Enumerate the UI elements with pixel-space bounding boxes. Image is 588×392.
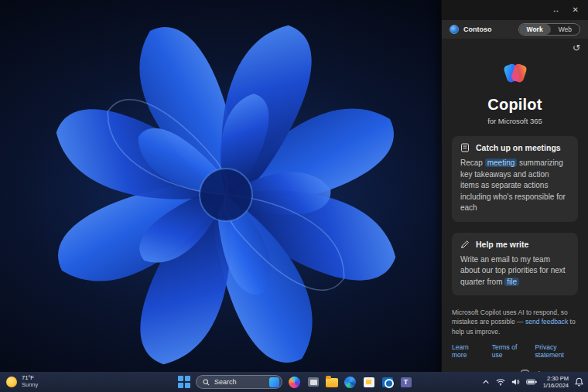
privacy-statement-link[interactable]: Privacy statement: [535, 343, 578, 359]
copilot-taskbar-icon: [289, 377, 300, 388]
taskbar-icon-teams[interactable]: [399, 376, 412, 389]
taskbar: 71°F Sunny Search: [0, 372, 588, 392]
file-chip[interactable]: file: [504, 278, 519, 286]
weather-text: 71°F Sunny: [22, 375, 38, 388]
outlook-icon: [382, 377, 393, 387]
panel-titlebar: ↔ ✕: [442, 0, 588, 20]
volume-icon[interactable]: [511, 378, 520, 386]
desktop: ↔ ✕ Contoso Work Web ↺: [0, 0, 588, 392]
expand-icon[interactable]: ↔: [552, 6, 560, 14]
card-body: Write an email to my team about our top …: [460, 254, 569, 288]
taskbar-icon-window-app[interactable]: [306, 376, 320, 389]
taskbar-search[interactable]: Search: [196, 375, 282, 389]
brand: Contoso: [450, 25, 492, 34]
sun-icon: [6, 377, 17, 387]
close-icon[interactable]: ✕: [573, 6, 579, 14]
search-highlight-icon[interactable]: [269, 377, 279, 387]
taskbar-center: Search: [178, 372, 412, 392]
notifications-bell-icon[interactable]: [575, 377, 583, 387]
weather-widget[interactable]: 71°F Sunny: [6, 372, 38, 392]
system-tray: 2:30 PM 1/16/2024: [482, 372, 583, 392]
edge-icon: [344, 377, 356, 388]
clock-date: 1/16/2024: [543, 382, 569, 389]
panel-header: Contoso Work Web: [442, 20, 588, 39]
contoso-logo-icon: [450, 25, 459, 34]
teams-icon: [401, 377, 412, 387]
meeting-chip[interactable]: meeting: [485, 159, 518, 167]
window-app-icon: [308, 377, 319, 387]
tray-chevron-icon[interactable]: [482, 379, 490, 385]
legal-links: Learn more Terms of use Privacy statemen…: [452, 343, 578, 359]
learn-more-link[interactable]: Learn more: [452, 343, 480, 359]
card-title: Catch up on meetings: [476, 143, 561, 152]
terms-of-use-link[interactable]: Terms of use: [492, 343, 523, 359]
card-body: Recap meeting summarizing key takeaways …: [460, 158, 569, 214]
taskbar-clock[interactable]: 2:30 PM 1/16/2024: [543, 375, 569, 389]
card-title: Help me write: [476, 240, 528, 249]
history-icon[interactable]: ↺: [573, 43, 580, 53]
clock-time: 2:30 PM: [543, 375, 569, 382]
pen-icon: [460, 240, 470, 249]
copilot-panel: ↔ ✕ Contoso Work Web ↺: [441, 0, 588, 372]
copilot-hero: Copilot for Microsoft 365: [442, 57, 588, 125]
prompt-card-write[interactable]: Help me write Write an email to my team …: [452, 233, 578, 296]
toggle-web[interactable]: Web: [551, 24, 579, 35]
taskbar-icon-calendar[interactable]: [362, 376, 375, 389]
copilot-title: Copilot: [487, 96, 542, 114]
card-title-row: Help me write: [460, 240, 569, 249]
taskbar-icon-copilot[interactable]: [288, 376, 301, 389]
prompt-card-meetings[interactable]: Catch up on meetings Recap meeting summa…: [452, 136, 578, 222]
weather-condition: Sunny: [22, 382, 38, 389]
work-web-toggle: Work Web: [518, 23, 580, 36]
card-body-pre: Recap: [460, 159, 485, 167]
search-icon: [203, 379, 210, 386]
notebook-icon: [460, 143, 470, 152]
taskbar-icon-file-explorer[interactable]: [325, 376, 338, 389]
start-button[interactable]: [178, 376, 190, 388]
folder-icon: [326, 378, 338, 387]
brand-name: Contoso: [463, 26, 492, 33]
battery-icon[interactable]: [526, 379, 537, 385]
history-row: ↺: [442, 39, 588, 53]
taskbar-icon-edge[interactable]: [344, 376, 357, 389]
copilot-subtitle: for Microsoft 365: [487, 117, 542, 125]
toggle-work[interactable]: Work: [519, 24, 551, 35]
send-feedback-link[interactable]: send feedback: [525, 318, 568, 326]
ai-disclaimer: Microsoft Copilot uses AI to respond, so…: [452, 308, 578, 336]
copilot-logo-icon: [501, 57, 530, 87]
search-placeholder: Search: [214, 378, 265, 386]
taskbar-icon-outlook[interactable]: [381, 376, 394, 389]
wifi-icon[interactable]: [496, 378, 505, 386]
card-title-row: Catch up on meetings: [460, 143, 569, 152]
calendar-icon: [364, 377, 374, 387]
